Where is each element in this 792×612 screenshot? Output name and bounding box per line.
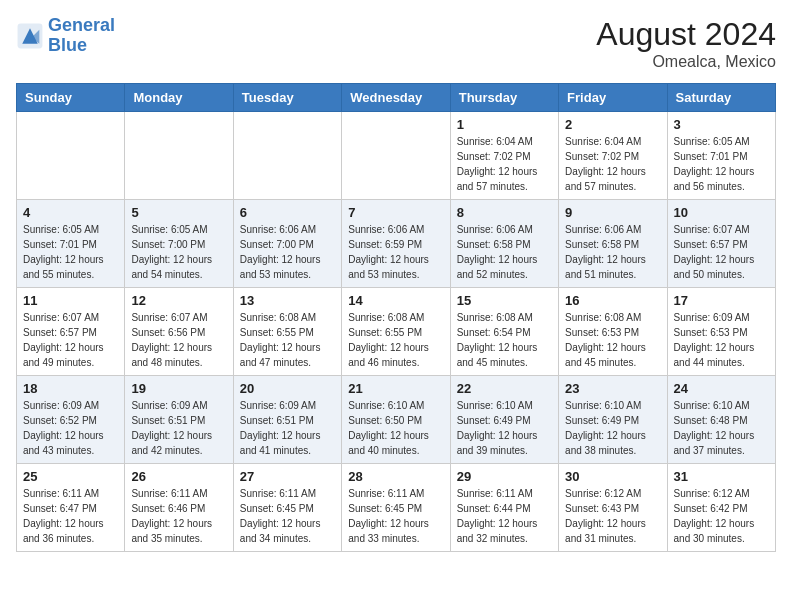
day-header-sunday: Sunday [17, 84, 125, 112]
day-number: 24 [674, 381, 769, 396]
day-info: Sunrise: 6:09 AMSunset: 6:51 PMDaylight:… [131, 398, 226, 458]
day-header-friday: Friday [559, 84, 667, 112]
day-info: Sunrise: 6:10 AMSunset: 6:48 PMDaylight:… [674, 398, 769, 458]
title-block: August 2024 Omealca, Mexico [596, 16, 776, 71]
calendar-cell: 22Sunrise: 6:10 AMSunset: 6:49 PMDayligh… [450, 376, 558, 464]
calendar-cell: 1Sunrise: 6:04 AMSunset: 7:02 PMDaylight… [450, 112, 558, 200]
day-number: 28 [348, 469, 443, 484]
calendar-cell: 27Sunrise: 6:11 AMSunset: 6:45 PMDayligh… [233, 464, 341, 552]
day-header-monday: Monday [125, 84, 233, 112]
day-number: 17 [674, 293, 769, 308]
calendar-cell: 11Sunrise: 6:07 AMSunset: 6:57 PMDayligh… [17, 288, 125, 376]
day-info: Sunrise: 6:07 AMSunset: 6:57 PMDaylight:… [23, 310, 118, 370]
day-number: 29 [457, 469, 552, 484]
calendar-week-4: 18Sunrise: 6:09 AMSunset: 6:52 PMDayligh… [17, 376, 776, 464]
calendar-cell: 26Sunrise: 6:11 AMSunset: 6:46 PMDayligh… [125, 464, 233, 552]
day-number: 25 [23, 469, 118, 484]
logo: General Blue [16, 16, 115, 56]
day-number: 21 [348, 381, 443, 396]
calendar-cell: 8Sunrise: 6:06 AMSunset: 6:58 PMDaylight… [450, 200, 558, 288]
calendar-cell: 13Sunrise: 6:08 AMSunset: 6:55 PMDayligh… [233, 288, 341, 376]
calendar-cell [342, 112, 450, 200]
day-number: 18 [23, 381, 118, 396]
calendar-cell: 23Sunrise: 6:10 AMSunset: 6:49 PMDayligh… [559, 376, 667, 464]
day-info: Sunrise: 6:11 AMSunset: 6:44 PMDaylight:… [457, 486, 552, 546]
calendar-cell: 4Sunrise: 6:05 AMSunset: 7:01 PMDaylight… [17, 200, 125, 288]
day-header-saturday: Saturday [667, 84, 775, 112]
day-info: Sunrise: 6:11 AMSunset: 6:45 PMDaylight:… [348, 486, 443, 546]
calendar-cell: 25Sunrise: 6:11 AMSunset: 6:47 PMDayligh… [17, 464, 125, 552]
day-info: Sunrise: 6:10 AMSunset: 6:49 PMDaylight:… [565, 398, 660, 458]
day-header-wednesday: Wednesday [342, 84, 450, 112]
day-info: Sunrise: 6:06 AMSunset: 7:00 PMDaylight:… [240, 222, 335, 282]
calendar-week-1: 1Sunrise: 6:04 AMSunset: 7:02 PMDaylight… [17, 112, 776, 200]
day-number: 26 [131, 469, 226, 484]
day-number: 20 [240, 381, 335, 396]
logo-text: General Blue [48, 16, 115, 56]
calendar-week-5: 25Sunrise: 6:11 AMSunset: 6:47 PMDayligh… [17, 464, 776, 552]
day-number: 9 [565, 205, 660, 220]
calendar-header-row: SundayMondayTuesdayWednesdayThursdayFrid… [17, 84, 776, 112]
day-info: Sunrise: 6:07 AMSunset: 6:57 PMDaylight:… [674, 222, 769, 282]
day-info: Sunrise: 6:08 AMSunset: 6:54 PMDaylight:… [457, 310, 552, 370]
day-number: 23 [565, 381, 660, 396]
day-number: 8 [457, 205, 552, 220]
day-number: 27 [240, 469, 335, 484]
day-info: Sunrise: 6:08 AMSunset: 6:55 PMDaylight:… [348, 310, 443, 370]
calendar-cell: 17Sunrise: 6:09 AMSunset: 6:53 PMDayligh… [667, 288, 775, 376]
calendar-cell: 29Sunrise: 6:11 AMSunset: 6:44 PMDayligh… [450, 464, 558, 552]
day-info: Sunrise: 6:04 AMSunset: 7:02 PMDaylight:… [565, 134, 660, 194]
day-info: Sunrise: 6:05 AMSunset: 7:01 PMDaylight:… [674, 134, 769, 194]
calendar-cell: 12Sunrise: 6:07 AMSunset: 6:56 PMDayligh… [125, 288, 233, 376]
logo-icon [16, 22, 44, 50]
day-number: 4 [23, 205, 118, 220]
calendar-week-3: 11Sunrise: 6:07 AMSunset: 6:57 PMDayligh… [17, 288, 776, 376]
day-number: 7 [348, 205, 443, 220]
day-number: 31 [674, 469, 769, 484]
day-number: 30 [565, 469, 660, 484]
calendar-cell: 18Sunrise: 6:09 AMSunset: 6:52 PMDayligh… [17, 376, 125, 464]
calendar-cell: 7Sunrise: 6:06 AMSunset: 6:59 PMDaylight… [342, 200, 450, 288]
day-info: Sunrise: 6:11 AMSunset: 6:46 PMDaylight:… [131, 486, 226, 546]
calendar-cell [125, 112, 233, 200]
day-info: Sunrise: 6:08 AMSunset: 6:53 PMDaylight:… [565, 310, 660, 370]
day-number: 19 [131, 381, 226, 396]
location-subtitle: Omealca, Mexico [596, 53, 776, 71]
day-number: 13 [240, 293, 335, 308]
calendar-cell: 3Sunrise: 6:05 AMSunset: 7:01 PMDaylight… [667, 112, 775, 200]
day-info: Sunrise: 6:09 AMSunset: 6:51 PMDaylight:… [240, 398, 335, 458]
calendar-cell [17, 112, 125, 200]
day-info: Sunrise: 6:10 AMSunset: 6:49 PMDaylight:… [457, 398, 552, 458]
day-info: Sunrise: 6:12 AMSunset: 6:43 PMDaylight:… [565, 486, 660, 546]
calendar-cell: 24Sunrise: 6:10 AMSunset: 6:48 PMDayligh… [667, 376, 775, 464]
day-info: Sunrise: 6:06 AMSunset: 6:58 PMDaylight:… [457, 222, 552, 282]
day-info: Sunrise: 6:12 AMSunset: 6:42 PMDaylight:… [674, 486, 769, 546]
day-number: 12 [131, 293, 226, 308]
day-header-tuesday: Tuesday [233, 84, 341, 112]
calendar-cell: 16Sunrise: 6:08 AMSunset: 6:53 PMDayligh… [559, 288, 667, 376]
calendar-cell: 28Sunrise: 6:11 AMSunset: 6:45 PMDayligh… [342, 464, 450, 552]
day-info: Sunrise: 6:10 AMSunset: 6:50 PMDaylight:… [348, 398, 443, 458]
day-number: 10 [674, 205, 769, 220]
day-number: 22 [457, 381, 552, 396]
day-header-thursday: Thursday [450, 84, 558, 112]
day-number: 1 [457, 117, 552, 132]
day-info: Sunrise: 6:11 AMSunset: 6:47 PMDaylight:… [23, 486, 118, 546]
calendar-cell: 14Sunrise: 6:08 AMSunset: 6:55 PMDayligh… [342, 288, 450, 376]
page-header: General Blue August 2024 Omealca, Mexico [16, 16, 776, 71]
calendar-cell: 19Sunrise: 6:09 AMSunset: 6:51 PMDayligh… [125, 376, 233, 464]
day-info: Sunrise: 6:05 AMSunset: 7:01 PMDaylight:… [23, 222, 118, 282]
day-info: Sunrise: 6:09 AMSunset: 6:53 PMDaylight:… [674, 310, 769, 370]
calendar-cell [233, 112, 341, 200]
day-number: 6 [240, 205, 335, 220]
calendar-cell: 31Sunrise: 6:12 AMSunset: 6:42 PMDayligh… [667, 464, 775, 552]
calendar-cell: 15Sunrise: 6:08 AMSunset: 6:54 PMDayligh… [450, 288, 558, 376]
calendar-cell: 5Sunrise: 6:05 AMSunset: 7:00 PMDaylight… [125, 200, 233, 288]
calendar-cell: 21Sunrise: 6:10 AMSunset: 6:50 PMDayligh… [342, 376, 450, 464]
calendar-cell: 6Sunrise: 6:06 AMSunset: 7:00 PMDaylight… [233, 200, 341, 288]
logo-line2: Blue [48, 35, 87, 55]
calendar-cell: 9Sunrise: 6:06 AMSunset: 6:58 PMDaylight… [559, 200, 667, 288]
calendar-week-2: 4Sunrise: 6:05 AMSunset: 7:01 PMDaylight… [17, 200, 776, 288]
day-number: 5 [131, 205, 226, 220]
month-title: August 2024 [596, 16, 776, 53]
